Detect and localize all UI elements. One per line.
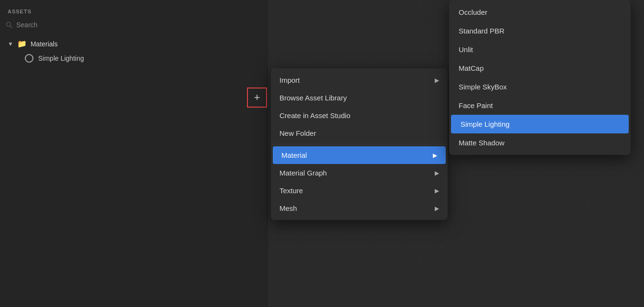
menu-item-texture[interactable]: Texture ▶ <box>271 182 448 199</box>
search-bar[interactable]: Search <box>0 19 267 31</box>
submenu-arrow-material: ▶ <box>433 152 437 159</box>
menu-item-import[interactable]: Import ▶ <box>271 71 448 89</box>
menu-item-material-graph-label: Material Graph <box>279 169 327 177</box>
simple-lighting-sidebar-item[interactable]: Simple Lighting <box>0 51 267 66</box>
sidebar: ASSETS Search ▼ 📁 Materials Simple Light… <box>0 0 268 307</box>
submenu-arrow-material-graph: ▶ <box>435 170 439 176</box>
menu-item-new-folder-label: New Folder <box>279 129 316 137</box>
svg-line-1 <box>10 26 12 28</box>
svg-point-0 <box>6 22 11 26</box>
sub-menu-item-simple-skybox[interactable]: Simple SkyBox <box>449 77 631 96</box>
submenu-arrow-import: ▶ <box>435 77 439 84</box>
menu-item-create-in-asset-studio[interactable]: Create in Asset Studio <box>271 107 448 124</box>
sub-menu-occluder-label: Occluder <box>459 8 487 16</box>
sub-menu-item-standard-pbr[interactable]: Standard PBR <box>449 22 631 40</box>
folder-icon: 📁 <box>17 39 27 48</box>
sub-menu-face-paint-label: Face Paint <box>459 101 493 110</box>
submenu-arrow-mesh: ▶ <box>435 205 439 212</box>
menu-item-texture-label: Texture <box>279 186 303 195</box>
chevron-down-icon: ▼ <box>8 41 13 47</box>
menu-item-mesh-label: Mesh <box>279 204 297 212</box>
context-menu: Import ▶ Browse Asset Library Create in … <box>271 68 448 220</box>
sub-menu-simple-lighting-label: Simple Lighting <box>461 120 510 128</box>
sub-menu-item-simple-lighting[interactable]: Simple Lighting <box>451 115 629 133</box>
menu-item-new-folder[interactable]: New Folder <box>271 124 448 142</box>
menu-item-browse-asset-library[interactable]: Browse Asset Library <box>271 89 448 107</box>
menu-item-material-graph[interactable]: Material Graph ▶ <box>271 164 448 182</box>
search-placeholder: Search <box>16 21 37 29</box>
materials-folder[interactable]: ▼ 📁 Materials <box>0 36 267 51</box>
menu-item-mesh[interactable]: Mesh ▶ <box>271 199 448 217</box>
sub-menu-standard-pbr-label: Standard PBR <box>459 27 504 35</box>
plus-icon: + <box>254 91 260 104</box>
menu-item-material[interactable]: Material ▶ <box>273 146 446 164</box>
sub-menu-simple-skybox-label: Simple SkyBox <box>459 83 507 91</box>
assets-label: ASSETS <box>0 0 267 19</box>
sub-menu-matcap-label: MatCap <box>459 64 484 72</box>
menu-item-material-label: Material <box>281 151 307 159</box>
sub-menu-item-unlit[interactable]: Unlit <box>449 40 631 59</box>
material-sub-menu: Occluder Standard PBR Unlit MatCap Simpl… <box>449 0 631 155</box>
sub-menu-item-occluder[interactable]: Occluder <box>449 3 631 22</box>
add-button[interactable]: + <box>247 88 267 108</box>
sub-menu-unlit-label: Unlit <box>459 45 473 54</box>
menu-divider-1 <box>271 144 448 144</box>
sub-menu-item-matcap[interactable]: MatCap <box>449 59 631 77</box>
sub-menu-matte-shadow-label: Matte Shadow <box>459 139 504 147</box>
materials-folder-label: Materials <box>31 40 58 48</box>
menu-item-browse-label: Browse Asset Library <box>279 94 347 102</box>
search-icon <box>6 22 12 28</box>
submenu-arrow-texture: ▶ <box>435 187 439 194</box>
sub-menu-item-face-paint[interactable]: Face Paint <box>449 96 631 115</box>
simple-lighting-label: Simple Lighting <box>38 55 84 62</box>
sub-menu-item-matte-shadow[interactable]: Matte Shadow <box>449 133 631 152</box>
material-circle-icon <box>25 54 33 63</box>
menu-item-import-label: Import <box>279 76 300 84</box>
menu-item-create-label: Create in Asset Studio <box>279 111 350 120</box>
